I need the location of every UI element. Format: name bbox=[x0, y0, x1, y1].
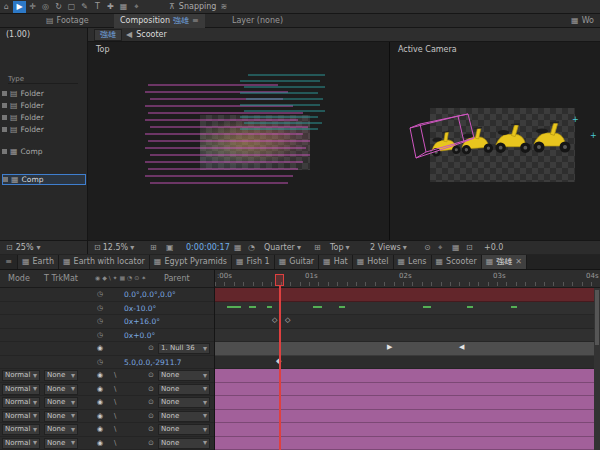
exposure-button[interactable]: ◔ bbox=[248, 244, 255, 252]
project-type-column-header[interactable]: Type bbox=[8, 76, 78, 84]
project-item-comp-selected[interactable]: ▦Comp bbox=[2, 174, 86, 185]
pickwhip-icon[interactable]: ⊙ bbox=[148, 386, 154, 393]
comp-tab-fish-1[interactable]: ▦Fish 1 bbox=[232, 255, 275, 269]
snapping-label[interactable]: Snapping bbox=[179, 3, 217, 11]
pickwhip-icon[interactable]: ⊙ bbox=[148, 413, 154, 420]
pickwhip-icon[interactable]: ⊙ bbox=[148, 372, 154, 379]
comp-tab-scooter[interactable]: ▦Scooter bbox=[432, 255, 482, 269]
puppet-tool-icon[interactable]: ⌖ bbox=[130, 1, 143, 13]
trkmat-select[interactable]: None▾ bbox=[44, 411, 78, 422]
trkmat-select[interactable]: None▾ bbox=[44, 397, 78, 408]
orientation-value[interactable]: 0.0°,0.0°,0.0° bbox=[124, 291, 176, 299]
layer-row[interactable]: Normal▾ None▾ ◉ \ ⊙ None▾ bbox=[0, 437, 215, 450]
layer-duration-bar[interactable] bbox=[215, 410, 600, 424]
scrollbar-thumb[interactable] bbox=[595, 290, 599, 345]
eye-icon[interactable]: ◉ bbox=[97, 386, 103, 393]
time-ruler[interactable]: :00s 01s 02s 03s 04s bbox=[215, 270, 600, 288]
blend-mode-select[interactable]: Normal▾ bbox=[2, 370, 40, 381]
label-color-chip[interactable] bbox=[2, 127, 7, 132]
blend-mode-select[interactable]: Normal▾ bbox=[2, 397, 40, 408]
project-item-folder[interactable]: ▤Folder bbox=[2, 112, 86, 123]
trkmat-column-header[interactable]: T TrkMat bbox=[44, 275, 78, 283]
layer-row[interactable]: Normal▾ None▾ ◉ \ ⊙ None▾ bbox=[0, 383, 215, 397]
label-color-chip[interactable] bbox=[2, 91, 7, 96]
exposure-reset-button[interactable]: ⊡ bbox=[466, 244, 473, 252]
trkmat-select[interactable]: None▾ bbox=[44, 370, 78, 381]
current-time-indicator-head[interactable] bbox=[275, 274, 284, 286]
pickwhip-icon[interactable]: ⊙ bbox=[148, 399, 154, 406]
stopwatch-icon[interactable]: ◷ bbox=[97, 291, 103, 298]
project-item-comp[interactable]: ▦Comp bbox=[2, 146, 86, 157]
comp-tab-active[interactable]: ▦強雄✕ bbox=[482, 255, 527, 269]
workspace-label[interactable]: ▦ Wo bbox=[565, 14, 600, 28]
view-select[interactable]: Top ▾ bbox=[330, 244, 350, 252]
expression-marker[interactable] bbox=[249, 306, 256, 308]
grid-options-button[interactable]: ⊞ bbox=[150, 244, 157, 252]
type-tool-icon[interactable]: T bbox=[91, 1, 104, 13]
label-color-chip[interactable] bbox=[3, 177, 8, 182]
channels-button[interactable]: ▦ bbox=[452, 244, 460, 252]
target-button[interactable]: ⌖ bbox=[438, 244, 443, 252]
breadcrumb-current-comp[interactable]: Scooter bbox=[136, 31, 167, 39]
keyframe-icon[interactable]: ▶ bbox=[387, 344, 392, 351]
property-track[interactable] bbox=[215, 329, 600, 343]
pixel-aspect-button[interactable]: ⊙ bbox=[424, 244, 431, 252]
magnification-select[interactable]: ⊡ 12.5% ▾ bbox=[94, 244, 134, 252]
selection-tool-icon[interactable]: ▶ bbox=[13, 1, 26, 13]
zoom-tool-icon[interactable]: ◎ bbox=[39, 1, 52, 13]
home-tool-icon[interactable]: ⌂ bbox=[0, 1, 13, 13]
tab-layer[interactable]: Layer (none) bbox=[226, 14, 289, 28]
z-rotation-value[interactable]: 0x+0.0° bbox=[124, 332, 155, 340]
eye-icon[interactable]: ◉ bbox=[97, 413, 103, 420]
project-item-folder[interactable]: ▤Folder bbox=[2, 124, 86, 135]
layer-duration-bar[interactable] bbox=[215, 383, 600, 397]
view-layout-select[interactable]: 2 Views ▾ bbox=[370, 244, 407, 252]
layer-duration-bar[interactable] bbox=[215, 396, 600, 410]
eye-icon[interactable]: ◉ bbox=[97, 440, 103, 447]
mode-column-header[interactable]: Mode bbox=[8, 275, 30, 283]
blend-mode-select[interactable]: Normal▾ bbox=[2, 438, 40, 449]
trkmat-select[interactable]: None▾ bbox=[44, 438, 78, 449]
parent-select[interactable]: None▾ bbox=[158, 438, 210, 449]
region-of-interest-button[interactable]: ▣ bbox=[166, 244, 174, 252]
expression-marker[interactable] bbox=[467, 306, 473, 308]
mask-tool-icon[interactable]: ▢ bbox=[65, 1, 78, 13]
comp-tab-lens[interactable]: ▦Lens bbox=[394, 255, 432, 269]
tab-footage[interactable]: ▤ Footage bbox=[40, 14, 95, 28]
snap-checkbox-icon[interactable]: ⊼ bbox=[169, 3, 175, 11]
parent-select[interactable]: 1. Null 36 ▾ bbox=[158, 343, 210, 354]
expression-marker[interactable] bbox=[423, 306, 431, 308]
layer-duration-bar[interactable] bbox=[215, 369, 600, 383]
blend-mode-select[interactable]: Normal▾ bbox=[2, 384, 40, 395]
parent-select[interactable]: None▾ bbox=[158, 411, 210, 422]
comp-tab-hat[interactable]: ▦Hat bbox=[319, 255, 353, 269]
parent-column-header[interactable]: Parent bbox=[164, 275, 190, 283]
expression-marker[interactable] bbox=[511, 306, 517, 308]
layer-row[interactable]: Normal▾ None▾ ◉ \ ⊙ None▾ bbox=[0, 396, 215, 410]
close-icon[interactable]: ✕ bbox=[515, 258, 522, 266]
expression-marker[interactable] bbox=[313, 306, 322, 308]
stopwatch-icon[interactable]: ◷ bbox=[97, 332, 103, 339]
stopwatch-icon[interactable]: ◷ bbox=[97, 318, 103, 325]
trkmat-select[interactable]: None▾ bbox=[44, 384, 78, 395]
project-item-folder[interactable]: ▤Folder bbox=[2, 100, 86, 111]
keyframe-icon[interactable]: ◀ bbox=[459, 344, 464, 351]
label-color-chip[interactable] bbox=[2, 103, 7, 108]
quality-icon[interactable]: \ bbox=[114, 386, 116, 393]
null-layer-bar[interactable]: ▶ ◀ bbox=[215, 342, 600, 356]
eye-icon[interactable]: ◉ bbox=[97, 345, 103, 352]
trkmat-select[interactable]: None▾ bbox=[44, 424, 78, 435]
quality-icon[interactable]: \ bbox=[114, 399, 116, 406]
shape-tool-icon[interactable]: ▦ bbox=[117, 1, 130, 13]
layer-row[interactable]: ◉ ⊙ 1. Null 36 ▾ bbox=[0, 342, 215, 356]
parent-select[interactable]: None▾ bbox=[158, 384, 210, 395]
quality-icon[interactable]: \ bbox=[114, 372, 116, 379]
hand-tool-icon[interactable]: ✛ bbox=[26, 1, 39, 13]
eye-icon[interactable]: ◉ bbox=[97, 426, 103, 433]
pickwhip-icon[interactable]: ⊙ bbox=[148, 426, 154, 433]
property-row-x-rotation[interactable]: ◷ 0x-10.0° bbox=[0, 302, 215, 316]
tab-composition[interactable]: Composition 強雄 ≡ bbox=[114, 14, 205, 28]
quality-icon[interactable]: \ bbox=[114, 413, 116, 420]
property-row-position[interactable]: ◷ 5.0,0.0,-2911.7 bbox=[0, 356, 215, 370]
current-time-display[interactable]: 0:00:00:17 bbox=[186, 244, 230, 252]
